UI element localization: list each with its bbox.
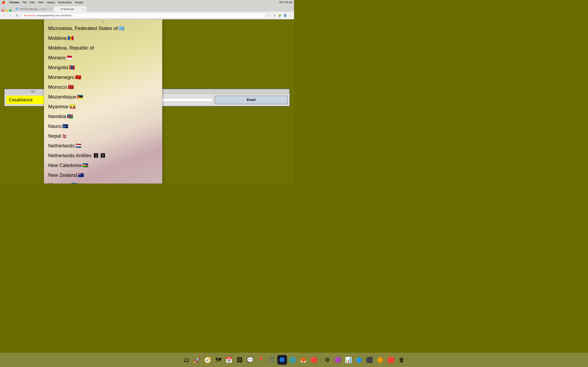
address-icons: ☆ ⬇ 🧩 👤 ⋮ [267, 13, 292, 17]
item-flag: 🇳🇱 [75, 143, 81, 149]
cast-icon[interactable]: ⬇ [272, 13, 277, 17]
item-flag: 🇲🇪 [75, 75, 81, 80]
country-dropdown[interactable]: ▲ Micronesia, Federated States of 🇫🇲 Mol… [44, 19, 162, 184]
email-button[interactable]: Email [215, 96, 288, 104]
menu-chrome[interactable]: Chrome [8, 0, 21, 4]
menu-view[interactable]: View [36, 0, 45, 4]
tab-1-favicon: 🌐 [16, 8, 18, 10]
dropdown-item-netherlands-antilles[interactable]: Netherlands Antilles 🅰 🅽 [44, 151, 162, 160]
dropdown-item-moldova[interactable]: Moldova 🇲🇩 [44, 33, 162, 43]
item-name: Monaco [48, 55, 66, 60]
minimize-button[interactable] [5, 9, 8, 12]
dropdown-item-myanmar[interactable]: Myanmar 🇲🇲 [44, 102, 162, 111]
item-name: Moldova, Republic of [48, 45, 94, 51]
menu-bar: 🍎 Chrome File Edit View History Bookmark… [0, 0, 294, 4]
traffic-lights [2, 9, 11, 12]
tab-2-favicon: 📄 [57, 8, 60, 11]
dropdown-item-nicaragua[interactable]: Nicaragua 🇳🇮 [44, 180, 162, 184]
profile-icon[interactable]: 👤 [283, 13, 287, 17]
menu-icon[interactable]: ⋮ [288, 13, 292, 17]
menu-history[interactable]: History [45, 0, 57, 4]
item-name: Morocco [48, 84, 67, 90]
tab-bar: 🌐 WebHost Manager – vs-rmetc... ✕ 📄 27.5… [0, 4, 294, 12]
tab-2-title: 27.54.94.234... [61, 8, 76, 10]
item-flag: 🇫🇲 [118, 25, 125, 31]
item-name: Netherlands [48, 143, 75, 149]
item-flag: 🇳🇵 [62, 133, 68, 139]
item-flag: 🇲🇨 [66, 55, 72, 60]
dropdown-item-mozambique[interactable]: Mozambique 🇲🇿 [44, 92, 162, 102]
item-name: New Caledonia [48, 162, 81, 168]
dropdown-item-monaco[interactable]: Monaco 🇲🇨 [44, 53, 162, 63]
item-name: Myanmar [48, 104, 69, 109]
dropdown-item-moldova-republic[interactable]: Moldova, Republic of [44, 43, 162, 53]
item-flag: 🇳🇨 [82, 162, 88, 168]
item-name: Mozambique [48, 94, 76, 100]
menu-people[interactable]: People [73, 0, 85, 4]
item-flag: 🇳🇿 [78, 172, 84, 178]
apple-menu[interactable]: 🍎 [2, 1, 5, 4]
item-name: Moldova [48, 35, 67, 41]
dropdown-item-nepal[interactable]: Nepal 🇳🇵 [44, 131, 162, 141]
tab-1-close[interactable]: ✕ [50, 8, 52, 10]
dropdown-item-namibia[interactable]: Namibia 🇳🇦 [44, 111, 162, 121]
item-flag: 🇲🇳 [69, 65, 75, 70]
item-flag: 🇲🇦 [68, 84, 74, 90]
menu-edit[interactable]: Edit [28, 0, 36, 4]
dropdown-item-netherlands[interactable]: Netherlands 🇳🇱 [44, 141, 162, 151]
item-name: Namibia [48, 114, 66, 119]
item-name: Nicaragua [48, 182, 70, 184]
item-flag: 🇳🇮 [71, 182, 77, 184]
forward-button[interactable]: › [8, 13, 13, 18]
item-flag: 🅰 [93, 153, 99, 158]
star-icon[interactable]: ☆ [267, 13, 271, 17]
extensions-icon[interactable]: 🧩 [278, 13, 282, 17]
tab-2[interactable]: 📄 27.54.94.234... ✕ [54, 6, 86, 12]
item-name: Netherlands Antilles [48, 153, 91, 158]
tab-1[interactable]: 🌐 WebHost Manager – vs-rmetc... ✕ [13, 6, 54, 12]
item-flag: 🇲🇲 [69, 104, 76, 109]
item-name: Mongolia [48, 65, 68, 70]
close-button[interactable] [2, 9, 4, 12]
item-flag: 🇲🇩 [68, 35, 74, 41]
url-display: rjmprogramming.com.au/Games... [36, 14, 73, 17]
page-content: City Casablanca Email ▲ Micronesia, Fede… [0, 19, 294, 184]
clock: Sat 2:42 pm [279, 1, 292, 4]
item-name: Nauru [48, 123, 61, 129]
menu-bookmarks[interactable]: Bookmarks [57, 0, 73, 4]
item-name: Montenegro [48, 75, 74, 80]
reload-button[interactable]: ↻ [15, 13, 20, 18]
dropdown-item-micronesia[interactable]: Micronesia, Federated States of 🇫🇲 [44, 24, 162, 33]
dropdown-item-new-zealand[interactable]: New Zealand 🇳🇿 [44, 170, 162, 180]
dropdown-item-montenegro[interactable]: Montenegro 🇲🇪 [44, 72, 162, 82]
tab-2-close[interactable]: ✕ [82, 8, 84, 10]
item-name: New Zealand [48, 172, 77, 178]
tab-1-title: WebHost Manager – vs-rmetc... [19, 8, 49, 10]
menu-bar-right: Sat 2:42 pm [279, 1, 292, 4]
item-flag2: 🅽 [100, 153, 106, 158]
dropdown-item-morocco[interactable]: Morocco 🇲🇦 [44, 82, 162, 92]
item-name: Micronesia, Federated States of [48, 25, 118, 31]
item-flag: 🇳🇷 [62, 123, 68, 129]
browser-window: 🌐 WebHost Manager – vs-rmetc... ✕ 📄 27.5… [0, 4, 294, 184]
dropdown-item-mongolia[interactable]: Mongolia 🇲🇳 [44, 63, 162, 72]
maximize-button[interactable] [9, 9, 11, 12]
col4-header [214, 89, 290, 94]
item-name: Nepal [48, 133, 61, 139]
scroll-up-indicator[interactable]: ▲ [44, 20, 162, 24]
dropdown-item-new-caledonia[interactable]: New Caledonia 🇳🇨 [44, 160, 162, 170]
address-input[interactable]: Not Secure rjmprogramming.com.au/Games..… [21, 13, 265, 18]
browser-chrome: 🌐 WebHost Manager – vs-rmetc... ✕ 📄 27.5… [0, 4, 294, 19]
menu-file[interactable]: File [21, 0, 28, 4]
address-bar: ‹ › ↻ Not Secure rjmprogramming.com.au/G… [0, 12, 294, 19]
item-flag: 🇲🇿 [77, 94, 83, 100]
back-button[interactable]: ‹ [2, 13, 7, 18]
item-flag: 🇳🇦 [67, 114, 73, 119]
dropdown-item-nauru[interactable]: Nauru 🇳🇷 [44, 121, 162, 131]
not-secure-badge: Not Secure [24, 14, 35, 17]
